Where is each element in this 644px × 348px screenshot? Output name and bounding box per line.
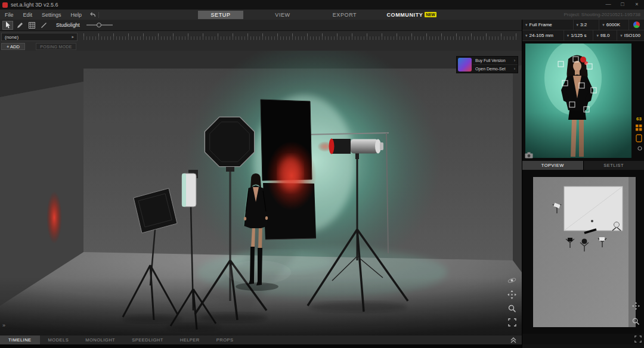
tab-view[interactable]: VIEW — [260, 11, 305, 19]
sensor-format-dropdown[interactable]: ▾ Full Frame — [522, 20, 574, 30]
shutter-value: 1/125 s — [571, 33, 586, 38]
aperture-dropdown[interactable]: ▾ f/8.0 — [593, 30, 617, 41]
arrow-right-icon: › — [514, 58, 515, 63]
aspect-ratio-dropdown[interactable]: ▾ 3:2 — [574, 20, 600, 30]
camera-preview[interactable]: 63 — [522, 41, 644, 161]
chevron-down-icon: ▾ — [567, 33, 569, 38]
titlebar: set.a.light 3D v2.5.6 — □ × — [0, 0, 644, 10]
maximize-button[interactable]: □ — [615, 0, 630, 10]
ruler-minor-ticks — [83, 36, 516, 40]
app-logo-icon — [2, 2, 8, 8]
topview-canvas[interactable] — [522, 170, 644, 334]
menu-edit[interactable]: Edit — [18, 12, 38, 18]
measure-tool[interactable] — [38, 21, 49, 30]
tab-models[interactable]: MODELS — [40, 335, 78, 344]
preset-value: (none) — [5, 35, 18, 40]
white-balance-dropdown[interactable]: ▾ 6000K — [599, 20, 629, 30]
chevron-down-icon: ▾ — [596, 33, 599, 38]
menu-file[interactable]: File — [0, 12, 18, 18]
arrow-right-icon: › — [514, 67, 515, 71]
studiolight-slider[interactable] — [86, 24, 113, 26]
tab-speedlight[interactable]: SPEEDLIGHT — [123, 335, 172, 344]
3d-viewport[interactable]: Buy Full Version › Open Demo-Set › » — [0, 51, 522, 335]
chevron-up-icon[interactable] — [510, 337, 517, 344]
new-badge: NEW — [425, 12, 436, 17]
project-label: Project: Shooting-20210521-195738 — [564, 12, 640, 17]
sensor-format-value: Full Frame — [530, 22, 552, 27]
buy-label: Buy Full Version — [475, 58, 506, 63]
window-controls: — □ × — [601, 0, 644, 10]
lens-dropdown[interactable]: ▾ 24-105 mm — [522, 30, 564, 41]
aperture-value: f/8.0 — [600, 33, 610, 38]
chevron-right-icon: ▸ — [72, 35, 74, 39]
camera-preview-image — [525, 44, 631, 158]
menu-help[interactable]: Help — [66, 12, 87, 18]
tab-setup[interactable]: SETUP — [198, 11, 243, 19]
toolbar: Studiolight — [0, 20, 522, 31]
select-tool[interactable] — [2, 21, 13, 30]
add-button[interactable]: + ADD — [1, 43, 25, 50]
pan-button[interactable] — [507, 290, 516, 299]
camera-settings-row-2: ▾ 24-105 mm ▾ 1/125 s ▾ f/8.0 ▾ ISO100 — [522, 30, 644, 41]
camera-settings-row-1: ▾ Full Frame ▾ 3:2 ▾ 6000K — [522, 20, 644, 30]
panel-collapse-button[interactable]: » — [2, 322, 5, 328]
tab-setlist[interactable]: SETLIST — [584, 161, 644, 170]
orbit-button[interactable] — [507, 276, 516, 285]
frame-button[interactable] — [508, 318, 516, 327]
open-demo-set-button[interactable]: Open Demo-Set › — [473, 65, 518, 73]
iso-dropdown[interactable]: ▾ ISO100 — [617, 30, 644, 41]
bottom-tab-bar: TIMELINE MODELS MONOLIGHT SPEEDLIGHT HEL… — [0, 335, 522, 344]
aspect-ratio-value: 3:2 — [580, 22, 587, 27]
grid-tool[interactable] — [26, 21, 37, 30]
lens-value: 24-105 mm — [530, 33, 553, 38]
fullversion-logo-icon — [458, 58, 472, 72]
right-panel: ▾ Full Frame ▾ 3:2 ▾ 6000K ▾ 24-105 mm ▾ — [522, 20, 644, 348]
topview-zoom-button[interactable] — [632, 318, 640, 325]
pencil-tool[interactable] — [14, 21, 25, 30]
color-profile-button[interactable] — [629, 20, 644, 30]
chevron-down-icon: ▾ — [602, 23, 605, 27]
tab-community-label: COMMUNITY — [386, 12, 423, 18]
shutter-dropdown[interactable]: ▾ 1/125 s — [564, 30, 594, 41]
demo-label: Open Demo-Set — [475, 67, 506, 71]
right-bottom-bar — [522, 334, 644, 344]
tab-helper[interactable]: HELPER — [172, 335, 208, 344]
viewport-nav — [507, 276, 516, 327]
white-balance-value: 6000K — [606, 22, 620, 27]
app-window: set.a.light 3D v2.5.6 — □ × File Edit Se… — [0, 0, 644, 348]
slider-knob[interactable] — [97, 23, 101, 27]
tab-topview[interactable]: TOPVIEW — [522, 161, 584, 170]
preset-strip: (none) ▸ + ADD POSING MODE — [0, 31, 522, 51]
timeline-ruler[interactable] — [83, 33, 516, 40]
rgb-color-icon — [633, 21, 640, 28]
expand-icon[interactable] — [634, 335, 642, 343]
undo-icon[interactable] — [89, 12, 96, 18]
main-tabs: SETUP VIEW EXPORT COMMUNITY NEW — [198, 10, 439, 20]
preset-dropdown[interactable]: (none) ▸ — [1, 33, 78, 41]
tab-timeline[interactable]: TIMELINE — [0, 335, 40, 344]
grid-overlay-icon[interactable] — [636, 125, 642, 131]
camera-icon[interactable] — [525, 152, 533, 159]
close-button[interactable]: × — [630, 0, 644, 10]
menubar: File Edit Settings Help SETUP VIEW EXPOR… — [0, 10, 644, 20]
right-tab-bar: TOPVIEW SETLIST — [522, 161, 644, 170]
buy-full-version-button[interactable]: Buy Full Version › — [473, 57, 518, 65]
window-title: set.a.light 3D v2.5.6 — [11, 2, 58, 8]
minimize-button[interactable]: — — [601, 0, 615, 10]
zoom-button[interactable] — [508, 304, 516, 313]
posing-mode-button[interactable]: POSING MODE — [36, 43, 76, 50]
frame-overlay-icon[interactable] — [636, 134, 642, 142]
tab-monolight[interactable]: MONOLIGHT — [77, 335, 123, 344]
tab-community[interactable]: COMMUNITY NEW — [384, 11, 439, 19]
topview-map — [522, 170, 644, 334]
iso-value: ISO100 — [624, 33, 640, 38]
chevron-down-icon: ▾ — [525, 23, 528, 27]
dot-indicator-icon[interactable] — [637, 146, 642, 151]
studio-scene — [0, 51, 522, 335]
tab-export[interactable]: EXPORT — [322, 11, 367, 19]
topview-pan-button[interactable] — [632, 302, 640, 310]
mode-label: Studiolight — [56, 22, 80, 28]
chevron-down-icon: ▾ — [620, 33, 623, 38]
menu-settings[interactable]: Settings — [37, 12, 66, 18]
tab-props[interactable]: PROPS — [208, 335, 242, 344]
